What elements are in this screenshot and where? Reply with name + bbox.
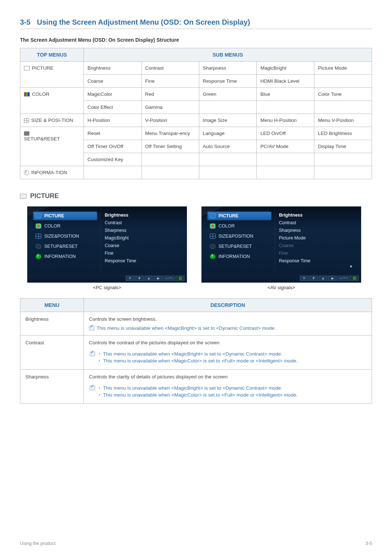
grid-icon xyxy=(36,234,41,239)
cell: Language xyxy=(199,127,257,140)
top-menu-label: COLOR xyxy=(32,91,49,97)
cell: PC/AV Mode xyxy=(257,140,314,153)
osd-item-coarse[interactable]: Coarse xyxy=(105,243,181,248)
bullet-icon: • xyxy=(99,352,100,356)
osd-nav-setup-reset[interactable]: SETUP&RESET xyxy=(33,242,97,250)
cell: MagicColor xyxy=(84,88,142,101)
table-row: Sharpness Controls the clarity of detail… xyxy=(20,370,372,404)
osd-nav-setup-reset[interactable]: SETUP&RESET xyxy=(208,242,271,250)
top-menu-label: INFORMA-TION xyxy=(31,170,67,175)
cell xyxy=(314,153,372,166)
cell: Green xyxy=(199,88,257,101)
cell: Menu H-Position xyxy=(257,114,314,127)
cell: Red xyxy=(141,88,199,101)
note-text: This menu is unavailable when <MagicBrig… xyxy=(97,325,276,331)
osd-item-picture-mode[interactable]: Picture Mode xyxy=(279,235,356,241)
cell: LED On/Off xyxy=(257,127,314,140)
osd-item-response-time[interactable]: Response Time xyxy=(279,258,356,263)
top-menu-label: PICTURE xyxy=(32,65,53,71)
osd-nav-label: SIZE&POSITION xyxy=(219,234,253,239)
osd-navbar: ✕ ▼ ▲ ▶ AUTO ⏻ xyxy=(202,274,361,282)
cell: Brightness xyxy=(84,62,142,75)
note-text: This menu is unavailable when <MagicBrig… xyxy=(103,351,282,357)
osd-nav-information[interactable]: INFORMATION xyxy=(33,253,97,260)
cell xyxy=(84,166,142,179)
osd-navbar: ✕ ▼ ▲ ▶ AUTO ⏻ xyxy=(28,274,187,282)
osd-nav-information[interactable]: INFORMATION xyxy=(208,253,271,260)
osd-item-brightness[interactable]: Brightness xyxy=(105,213,181,218)
bullet-icon: • xyxy=(99,386,100,390)
note-text: This menu is unavailable when <MagicColo… xyxy=(103,358,298,364)
osd-nav-auto-button[interactable]: AUTO xyxy=(338,276,349,281)
osd-nav-enter-icon[interactable]: ▶ xyxy=(154,276,163,281)
top-menu-setup-reset: SETUP&RESET xyxy=(20,127,84,166)
cell xyxy=(257,101,314,114)
osd-nav-close-icon[interactable]: ✕ xyxy=(300,276,309,281)
table-row: SETUP&RESET Reset Menu Transpar-ency Lan… xyxy=(20,127,372,140)
note-icon xyxy=(90,352,95,356)
cell: MagicBright xyxy=(257,62,314,75)
cell: LED Brightness xyxy=(314,127,372,140)
osd-pc-wrap: PICTURE COLOR SIZE&POSITION SETUP&RESET … xyxy=(27,206,187,290)
bullet-icon: • xyxy=(99,358,100,363)
osd-nav-label: SETUP&RESET xyxy=(44,244,78,249)
osd-right-pane: Brightness Contrast Sharpness MagicBrigh… xyxy=(101,207,187,282)
osd-nav-auto-button[interactable]: AUTO xyxy=(163,276,175,281)
osd-item-fine[interactable]: Fine xyxy=(105,251,181,256)
table-header-row: MENU DESCRIPTION xyxy=(20,299,372,312)
osd-nav-size-position[interactable]: SIZE&POSITION xyxy=(208,232,271,240)
cell: Auto Source xyxy=(199,140,257,153)
osd-nav-power-icon[interactable]: ⏻ xyxy=(350,276,359,281)
picture-section-heading: PICTURE xyxy=(20,192,372,200)
osd-nav-down-icon[interactable]: ▼ xyxy=(135,276,144,281)
cell: Contrast xyxy=(141,62,199,75)
cell: Off Timer On/Off xyxy=(84,140,142,153)
cell xyxy=(257,166,314,179)
note-line: •This menu is unavailable when <MagicBri… xyxy=(90,351,367,357)
osd-item-brightness[interactable]: Brightness xyxy=(279,213,356,218)
cell: Fine xyxy=(141,75,199,88)
osd-nav-up-icon[interactable]: ▲ xyxy=(144,276,153,281)
osd-screenshots-row: PICTURE COLOR SIZE&POSITION SETUP&RESET … xyxy=(20,206,372,290)
note-line: •This menu is unavailable when <MagicCol… xyxy=(90,358,367,364)
osd-item-sharpness[interactable]: Sharpness xyxy=(279,228,356,233)
osd-item-sharpness[interactable]: Sharpness xyxy=(105,228,181,233)
desc-text: Controls the contrast of the pictures di… xyxy=(89,340,367,345)
table-row: PICTURE Brightness Contrast Sharpness Ma… xyxy=(20,62,372,75)
picture-icon xyxy=(24,66,30,70)
cell: Response Time xyxy=(199,75,257,88)
desc-text: Controls the clarity of details of pictu… xyxy=(89,374,367,379)
osd-nav-color[interactable]: COLOR xyxy=(33,222,97,230)
osd-pc-caption: <PC signals> xyxy=(27,285,187,290)
th-description: DESCRIPTION xyxy=(84,299,372,312)
note-list: •This menu is unavailable when <MagicBri… xyxy=(89,351,367,364)
osd-nav-up-icon[interactable]: ▲ xyxy=(319,276,327,281)
description-table: MENU DESCRIPTION Brightness Controls the… xyxy=(20,298,372,404)
cell: H-Position xyxy=(84,114,142,127)
gear-icon xyxy=(36,244,41,249)
osd-item-contrast[interactable]: Contrast xyxy=(105,220,181,225)
cell xyxy=(314,75,372,88)
osd-nav-color[interactable]: COLOR xyxy=(208,222,271,230)
gear-icon xyxy=(24,131,29,136)
top-menu-label: SIZE & POSI-TION xyxy=(31,118,73,123)
osd-nav-down-icon[interactable]: ▼ xyxy=(309,276,318,281)
scroll-down-icon[interactable]: ▼ xyxy=(349,264,353,268)
desc-menu-brightness: Brightness xyxy=(20,312,84,336)
cell: Gamma xyxy=(141,101,199,114)
cell xyxy=(199,153,257,166)
osd-item-magicbright[interactable]: MagicBright xyxy=(105,235,181,241)
osd-item-contrast[interactable]: Contrast xyxy=(279,220,356,225)
picture-heading-text: PICTURE xyxy=(30,192,59,200)
osd-nav-close-icon[interactable]: ✕ xyxy=(126,276,134,281)
osd-left-pane: PICTURE COLOR SIZE&POSITION SETUP&RESET … xyxy=(202,207,275,282)
osd-nav-size-position[interactable]: SIZE&POSITION xyxy=(33,232,97,240)
osd-nav-power-icon[interactable]: ⏻ xyxy=(176,276,184,281)
osd-nav-enter-icon[interactable]: ▶ xyxy=(328,276,337,281)
picture-heading-icon xyxy=(20,194,26,199)
cell: Menu V-Position xyxy=(314,114,372,127)
grid-icon xyxy=(210,234,216,239)
osd-item-response-time[interactable]: Response Time xyxy=(105,258,181,263)
note-list: •This menu is unavailable when <MagicBri… xyxy=(89,385,367,398)
note-text: This menu is unavailable when <MagicBrig… xyxy=(103,385,282,391)
